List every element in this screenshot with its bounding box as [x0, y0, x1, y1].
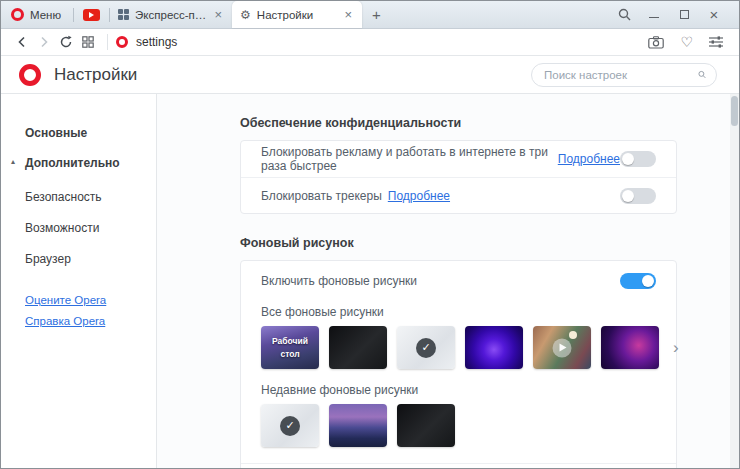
scroll-right-chevron-icon[interactable]: ›	[673, 338, 679, 358]
snapshot-camera-icon[interactable]	[648, 36, 664, 49]
tab-label: Экспресс-панель	[135, 9, 206, 21]
search-icon	[698, 68, 706, 81]
wallpaper-section-heading: Фоновый рисунок	[240, 236, 739, 250]
minimize-button[interactable]	[639, 12, 669, 18]
scrollbar-thumb[interactable]	[731, 96, 738, 126]
speed-dial-icon	[118, 9, 129, 20]
site-badge-icon	[116, 36, 128, 48]
wallpaper-thumb-vortex[interactable]	[465, 326, 523, 369]
moon-detail	[569, 331, 577, 339]
navigation-toolbar: settings ♡	[1, 29, 739, 56]
selected-check-icon: ✓	[280, 416, 300, 436]
toolbar-separator	[107, 34, 108, 50]
play-icon	[553, 338, 572, 357]
tab-tiling-icon[interactable]	[77, 31, 99, 53]
window-controls: ×	[609, 1, 739, 28]
wallpaper-thumb-text: Рабочий стол	[269, 326, 311, 369]
enable-wallpapers-toggle[interactable]	[620, 273, 656, 289]
pinned-tab-youtube[interactable]	[74, 1, 109, 28]
close-tab-icon[interactable]: ×	[343, 7, 355, 22]
sidebar-item-advanced[interactable]: ▴ Дополнительно	[1, 156, 156, 170]
rate-opera-link[interactable]: Оцените Opera	[1, 294, 156, 306]
content-scrollbar[interactable]	[730, 94, 739, 468]
page-title: Настройки	[54, 65, 137, 85]
tab-speed-dial[interactable]: Экспресс-панель ×	[110, 1, 232, 28]
reload-button[interactable]	[55, 31, 77, 53]
enable-wallpapers-label: Включить фоновые рисунки	[261, 274, 417, 288]
tracker-learn-more-link[interactable]: Подробнее	[388, 189, 450, 203]
wallpaper-footer: Добавить свой фоновый рисунок Подобрать …	[241, 463, 676, 468]
tab-label: Настройки	[257, 9, 337, 21]
adblock-setting-row: Блокировать рекламу и работать в интерне…	[241, 141, 676, 177]
privacy-section-heading: Обеспечение конфиденциальности	[240, 116, 739, 130]
maximize-icon	[680, 10, 689, 19]
sidebar-item-features[interactable]: Возможности	[1, 221, 156, 235]
recent-wallpapers-row: ✓	[241, 397, 676, 451]
address-text: settings	[136, 35, 177, 49]
settings-sidebar: Основные ▴ Дополнительно Безопасность Во…	[1, 94, 157, 468]
tracker-label: Блокировать трекеры	[261, 189, 382, 203]
opera-help-link[interactable]: Справка Opera	[1, 315, 156, 327]
back-button[interactable]	[11, 31, 33, 53]
tab-search-icon[interactable]	[609, 8, 639, 21]
gear-icon: ⚙	[240, 9, 251, 21]
adblock-label: Блокировать рекламу и работать в интерне…	[261, 145, 552, 173]
recent-wallpapers-label: Недавние фоновые рисунки	[241, 383, 676, 397]
bookmark-heart-icon[interactable]: ♡	[680, 35, 693, 49]
new-tab-button[interactable]: +	[362, 1, 391, 28]
toolbar-right-icons: ♡	[648, 35, 729, 49]
wallpaper-thumb-dark[interactable]	[329, 326, 387, 369]
tracker-toggle[interactable]	[620, 188, 656, 204]
wallpaper-card: Включить фоновые рисунки Все фоновые рис…	[240, 260, 677, 468]
sidebar-item-basic[interactable]: Основные	[1, 126, 156, 140]
adblock-learn-more-link[interactable]: Подробнее	[558, 152, 620, 166]
close-window-button[interactable]: ×	[699, 7, 729, 22]
opera-logo-icon	[19, 64, 41, 86]
minimize-icon	[649, 17, 659, 18]
privacy-card: Блокировать рекламу и работать в интерне…	[240, 140, 677, 214]
all-wallpapers-row: Рабочий стол ✓ ›	[241, 319, 676, 373]
tab-bar: Меню Экспресс-панель × ⚙ Настройки × + ×	[1, 1, 739, 29]
settings-page-header: Настройки	[1, 56, 739, 94]
opera-menu-button[interactable]: Меню	[1, 1, 73, 28]
enable-wallpapers-row: Включить фоновые рисунки	[241, 261, 676, 301]
selected-check-icon: ✓	[416, 338, 436, 358]
easy-setup-tune-icon[interactable]	[709, 36, 723, 48]
sidebar-item-browser[interactable]: Браузер	[1, 252, 156, 266]
close-icon: ×	[710, 7, 719, 22]
wallpaper-thumb-neon[interactable]	[601, 326, 659, 369]
all-wallpapers-label: Все фоновые рисунки	[241, 305, 676, 319]
maximize-button[interactable]	[669, 10, 699, 19]
address-bar[interactable]: settings	[116, 35, 648, 49]
recent-thumb-dark[interactable]	[397, 404, 455, 447]
close-tab-icon[interactable]: ×	[213, 7, 225, 22]
youtube-icon	[83, 9, 100, 21]
tracker-setting-row: Блокировать трекеры Подробнее	[241, 177, 676, 213]
wallpaper-thumb-desktop[interactable]: Рабочий стол	[261, 326, 319, 369]
settings-content: Обеспечение конфиденциальности Блокирова…	[157, 94, 739, 468]
forward-button[interactable]	[33, 31, 55, 53]
wallpaper-thumb-light-selected[interactable]: ✓	[397, 326, 455, 369]
collapse-triangle-icon: ▴	[11, 157, 15, 166]
tab-settings[interactable]: ⚙ Настройки ×	[232, 1, 362, 28]
recent-thumb-mountain-lake[interactable]	[329, 404, 387, 447]
sidebar-item-security[interactable]: Безопасность	[1, 190, 156, 204]
settings-search-field[interactable]	[531, 63, 717, 87]
menu-button-label: Меню	[30, 9, 61, 21]
browser-window: Меню Экспресс-панель × ⚙ Настройки × + ×	[0, 0, 740, 469]
wallpaper-thumb-video[interactable]	[533, 326, 591, 369]
recent-thumb-light-selected[interactable]: ✓	[261, 404, 319, 447]
adblock-toggle[interactable]	[620, 151, 656, 167]
search-input[interactable]	[544, 69, 698, 81]
opera-logo-icon	[11, 8, 24, 21]
